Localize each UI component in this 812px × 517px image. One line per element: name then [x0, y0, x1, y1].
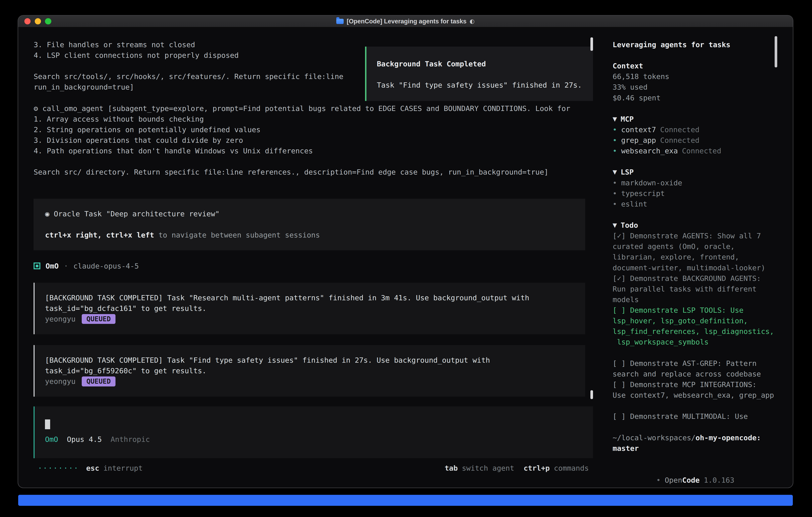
todo-line: [ ] Demonstrate MCP INTEGRATIONS: [613, 379, 777, 390]
lsp-item-eslint: • eslint [613, 199, 777, 209]
chevron-down-icon: ▼ [613, 167, 617, 177]
mcp-status: Connected [660, 135, 699, 145]
mcp-section-header[interactable]: ▼ MCP [613, 114, 777, 124]
context-tokens: 66,518 tokens [613, 71, 777, 82]
todo-item-mcp-integrations: [ ] Demonstrate MCP INTEGRATIONS: Use co… [613, 379, 777, 401]
bullet-icon: • [656, 476, 661, 484]
mcp-status: Connected [682, 145, 721, 156]
background-task-toast[interactable]: Background Task Completed Task "Find typ… [365, 47, 593, 101]
spacer [45, 219, 574, 230]
bullet-icon: • [613, 135, 617, 145]
agent-icon-fill [36, 265, 38, 267]
input-provider-name: Anthropic [111, 435, 150, 444]
todo-line: librarian, explore, frontend, [613, 252, 777, 262]
mcp-name: context7 [621, 124, 656, 135]
brand-code: Code [682, 476, 699, 484]
todo-item-background-agents: [✓] Demonstrate BACKGROUND AGENTS: Run p… [613, 273, 777, 305]
spacer [613, 103, 777, 114]
lsp-item-typescript: • typescript [613, 188, 777, 199]
agent-icon [34, 263, 40, 269]
minimize-button[interactable] [35, 18, 41, 24]
mcp-name: grep_app [621, 135, 656, 145]
lsp-name: typescript [621, 188, 665, 199]
todo-line: [ ] Demonstrate MULTIMODAL: Use [613, 411, 777, 421]
spacer [613, 50, 777, 61]
todo-line: [✓] Demonstrate BACKGROUND AGENTS: [613, 273, 777, 284]
close-button[interactable] [24, 18, 31, 24]
input-model-name: Opus 4.5 [67, 435, 102, 444]
opencode-window: [OpenCode] Leveraging agents for tasks ◐… [18, 16, 793, 488]
window-title-group: [OpenCode] Leveraging agents for tasks ◐ [18, 16, 793, 27]
todo-line: lsp_hover, lsp_goto_definition, [613, 316, 777, 326]
text-cursor [45, 419, 50, 429]
toast-title: Background Task Completed [377, 59, 593, 69]
dock-bar [18, 495, 793, 506]
todo-line: lsp_find_references, lsp_diagnostics, [613, 326, 777, 337]
lsp-name: eslint [621, 199, 647, 209]
chevron-down-icon: ▼ [613, 114, 617, 124]
todo-item-agents: [✓] Demonstrate AGENTS: Show all 7 curat… [613, 230, 777, 273]
todo-line: [ ] Demonstrate AST-GREP: Pattern [613, 358, 777, 369]
agent-model: claude-opus-4-5 [73, 262, 139, 270]
status-bar: ········ esc interrupt tab switch agent … [34, 463, 593, 473]
spinner-dots-icon: ········ [38, 463, 79, 473]
input-agent-name: OmO [45, 435, 58, 444]
tool-call-line: 2. String operations on potentially unde… [34, 124, 585, 135]
todo-line: [ ] Demonstrate LSP TOOLS: Use [613, 305, 777, 316]
bullet-icon: • [613, 199, 617, 209]
main-scrollbar-thumb-lower[interactable] [590, 390, 593, 399]
todo-item-lsp-tools: [ ] Demonstrate LSP TOOLS: Use lsp_hover… [613, 305, 777, 348]
ctrlp-key-label: commands [554, 463, 589, 473]
message-meta-row: yeongyu QUEUED [45, 314, 575, 324]
mcp-item-context7: • context7 Connected [613, 124, 777, 135]
hint-keys: ctrl+x right, ctrl+x left [45, 231, 154, 239]
spacer [613, 348, 777, 358]
todo-line: models [613, 294, 777, 305]
esc-key-hint: esc [86, 463, 99, 473]
status-badge: QUEUED [82, 314, 115, 324]
tool-call-header: ⚙ call_omo_agent [subagent_type=explore,… [34, 103, 585, 114]
todo-item-ast-grep: [ ] Demonstrate AST-GREP: Pattern search… [613, 358, 777, 379]
message-author: yeongyu [45, 315, 76, 323]
context-spent: $0.46 spent [613, 92, 777, 103]
lsp-section-header[interactable]: ▼ LSP [613, 167, 777, 177]
todo-line: [✓] Demonstrate AGENTS: Show all 7 [613, 230, 777, 241]
main-scrollbar-thumb[interactable] [590, 37, 593, 51]
bullet-icon: • [613, 145, 617, 156]
mcp-status: Connected [660, 124, 699, 135]
mcp-heading: MCP [620, 114, 634, 124]
session-sidebar: Leveraging agents for tasks Context 66,5… [605, 27, 793, 488]
spacer [613, 421, 777, 432]
mcp-item-websearch-exa: • websearch_exa Connected [613, 145, 777, 156]
chevron-down-icon: ▼ [613, 220, 617, 230]
tab-key-label: switch agent [462, 463, 514, 473]
tool-call-line: 1. Array access without bounds checking [34, 114, 585, 124]
sidebar-scrollbar-thumb[interactable] [775, 36, 777, 67]
bullet-icon: • [613, 178, 617, 188]
toast-body: Task "Find type safety issues" finished … [377, 80, 593, 90]
folder-icon [336, 19, 344, 24]
bullet-icon: • [613, 124, 617, 135]
todo-section-header[interactable]: ▼ Todo [613, 220, 777, 230]
spacer [613, 156, 777, 167]
status-badge: QUEUED [82, 377, 115, 386]
lsp-name: markdown-oxide [621, 178, 682, 188]
tool-call-line: Search src/ directory. Return specific f… [34, 167, 585, 177]
spacer [613, 209, 777, 220]
oracle-task-title: ◉ Oracle Task "Deep architecture review" [45, 209, 574, 219]
message-meta-row: yeongyu QUEUED [45, 376, 575, 387]
message-line: task_id="bg_dcfac161" to get results. [45, 303, 575, 314]
prompt-input[interactable]: OmO Opus 4.5 Anthropic [34, 406, 593, 458]
titlebar: [OpenCode] Leveraging agents for tasks ◐ [18, 16, 793, 28]
gear-icon: ⚙ [34, 104, 38, 113]
window-body: 3. File handles or streams not closed 4.… [18, 27, 793, 488]
status-left: ········ esc interrupt [38, 463, 143, 473]
brand-open: Open [665, 476, 682, 484]
todo-line: Run parallel tasks with different [613, 284, 777, 294]
todo-line: search and replace across codebase [613, 369, 777, 379]
zoom-button[interactable] [45, 18, 51, 24]
spacer [377, 69, 593, 80]
agent-session-header: OmO · claude-opus-4-5 [34, 261, 605, 271]
hint-text: to navigate between subagent sessions [154, 231, 320, 239]
todo-line: document-writer, multimodal-looker) [613, 263, 777, 273]
